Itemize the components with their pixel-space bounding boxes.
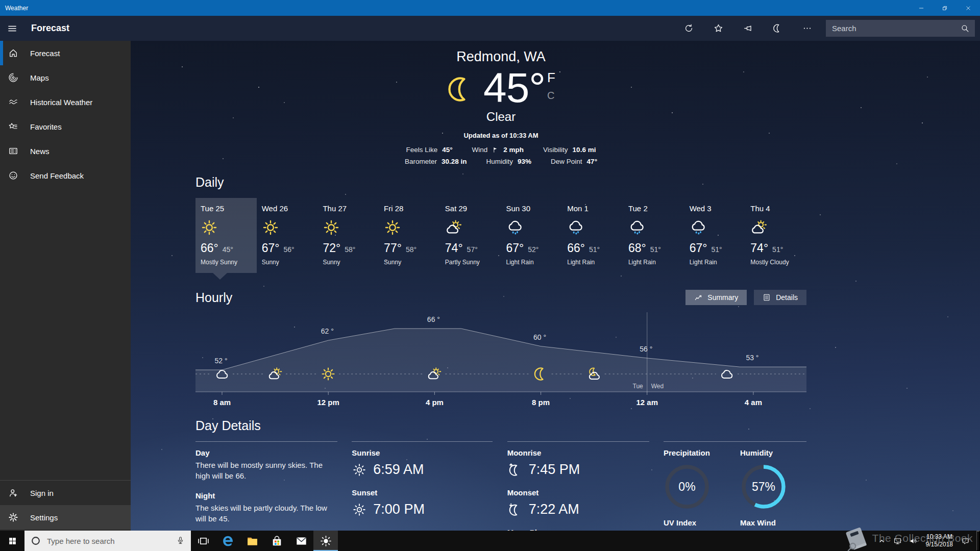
taskbar-app-button[interactable]: [289, 531, 313, 551]
day-condition: Light Rain: [506, 259, 559, 266]
night-cloud-icon: [586, 366, 602, 382]
taskbar-app-button[interactable]: [240, 531, 264, 551]
tray-icon-button[interactable]: [909, 537, 918, 545]
taskbar-app-button[interactable]: [215, 531, 240, 551]
news-icon: [8, 146, 18, 156]
daily-forecast-card[interactable]: Fri 28 77°58° Sunny: [379, 198, 440, 273]
taskbar-search-input[interactable]: [24, 531, 191, 551]
sidebar-item[interactable]: Favorites: [0, 114, 131, 139]
current-stats: Feels Like45°Wind2 mphVisibility10.6 mi …: [195, 144, 806, 167]
hourly-section-header: Hourly Summary Details: [195, 290, 806, 305]
sidebar-item-label: Settings: [30, 513, 58, 522]
hourly-temperature-chart[interactable]: 52 °62 °66 °60 °56 °53 °8 am12 pm4 pm8 p…: [195, 310, 806, 412]
hourly-temp-label: 56 °: [633, 345, 659, 353]
daily-forecast-card[interactable]: Tue 2 68°51° Light Rain: [623, 198, 684, 273]
stat-label: Visibility: [543, 144, 568, 156]
daily-forecast-card[interactable]: Sat 29 74°57° Partly Sunny: [440, 198, 501, 273]
taskbar-app-button[interactable]: [191, 531, 215, 551]
summary-button-label: Summary: [707, 293, 738, 302]
unit-celsius-toggle[interactable]: C: [547, 90, 554, 102]
taskbar-clock[interactable]: 10:33 AM 9/15/2018: [926, 533, 953, 548]
daily-forecast-card[interactable]: Wed 26 67°56° Sunny: [257, 198, 318, 273]
daily-forecast-card[interactable]: Mon 1 66°51° Light Rain: [562, 198, 623, 273]
sidebar-item[interactable]: Forecast: [0, 41, 131, 65]
day-condition: Light Rain: [628, 259, 681, 266]
day-condition: Mostly Sunny: [201, 259, 254, 266]
daily-forecast-card[interactable]: Thu 4 74°51° Mostly Cloudy: [745, 198, 806, 273]
precipitation-label: Precipitation: [664, 448, 727, 457]
stat-label: Wind: [472, 144, 488, 156]
home-icon: [8, 48, 18, 58]
summary-button[interactable]: Summary: [685, 290, 747, 305]
page-title: Forecast: [31, 23, 69, 34]
pin-icon: [743, 23, 753, 33]
windows-taskbar: 10:33 AM 9/15/2018 The Collection Book: [0, 531, 980, 551]
sidebar-item[interactable]: News: [0, 139, 131, 163]
sidebar-item-label: Forecast: [30, 49, 60, 58]
day-name: Wed 3: [690, 204, 743, 213]
show-desktop-button[interactable]: [976, 531, 980, 551]
hourly-axis-label: 4 am: [733, 398, 774, 407]
daily-forecast-card[interactable]: Wed 3 67°51° Light Rain: [684, 198, 746, 273]
sidebar-item[interactable]: Historical Weather: [0, 90, 131, 114]
rain-icon: [506, 219, 524, 236]
sidebar-bottom-item[interactable]: Sign in: [0, 481, 131, 505]
appbar-action-button[interactable]: [733, 16, 763, 41]
stat-value: 47°: [587, 156, 597, 167]
appbar-action-button[interactable]: [674, 16, 703, 41]
action-center-button[interactable]: [961, 537, 970, 545]
app-command-bar: Forecast: [0, 16, 980, 41]
taskbar-app-button[interactable]: [264, 531, 289, 551]
star-icon: [714, 23, 723, 33]
tray-icon-button[interactable]: [877, 537, 886, 545]
restore-button[interactable]: [933, 0, 957, 16]
sidebar-item[interactable]: Send Feedback: [0, 163, 131, 188]
day-name: Tue 2: [628, 204, 681, 213]
daily-forecast-card[interactable]: Thu 27 72°58° Sunny: [317, 198, 379, 273]
search-input[interactable]: [826, 20, 975, 37]
weather-stat: Wind2 mph: [472, 144, 524, 156]
navigation-sidebar: Forecast Maps Historical Weather Favorit…: [0, 41, 131, 531]
history-icon: [8, 97, 18, 107]
clock-time: 10:33 AM: [926, 533, 953, 541]
details-button[interactable]: Details: [754, 290, 806, 305]
humidity-label: Humidity: [740, 448, 803, 457]
day-description: There will be mostly sunny skies. The hi…: [195, 460, 337, 481]
day-condition: Light Rain: [567, 259, 620, 266]
appbar-action-button[interactable]: [792, 16, 822, 41]
daily-forecast-card[interactable]: Sun 30 67°52° Light Rain: [501, 198, 562, 273]
sidebar-bottom-item[interactable]: Settings: [0, 505, 131, 530]
partly-sunny-icon: [427, 366, 442, 382]
day-name: Thu 27: [323, 204, 376, 213]
close-button[interactable]: [957, 0, 980, 16]
search-icon[interactable]: [961, 24, 969, 33]
daily-forecast-card[interactable]: Tue 25 66°45° Mostly Sunny: [195, 198, 257, 273]
hourly-temp-label: 66 °: [421, 315, 446, 323]
appbar-action-button[interactable]: [703, 16, 733, 41]
file-explorer-icon: [246, 535, 259, 547]
taskbar-app-button[interactable]: [313, 531, 338, 551]
day-name: Wed 26: [262, 204, 315, 213]
hamburger-menu-button[interactable]: [0, 16, 24, 41]
tray-icon-button[interactable]: [893, 537, 902, 545]
start-button[interactable]: [0, 531, 24, 551]
moonset-time: 7:22 AM: [529, 502, 579, 517]
sidebar-item[interactable]: Maps: [0, 65, 131, 90]
sidebar-item-label: Maps: [30, 73, 49, 82]
day-name: Mon 1: [567, 204, 620, 213]
mic-icon[interactable]: [176, 536, 185, 545]
cloud-icon: [214, 366, 230, 382]
day-high-temp: 77°: [384, 241, 402, 255]
day-condition: Light Rain: [690, 259, 743, 266]
clear-night-icon: [447, 75, 475, 104]
appbar-action-button[interactable]: [763, 16, 792, 41]
precipitation-value: 0%: [664, 463, 710, 510]
minimize-button[interactable]: [910, 0, 933, 16]
max-wind-label: Max Wind: [740, 518, 803, 527]
hourly-chart-canvas: [195, 310, 806, 412]
unit-fahrenheit-toggle[interactable]: F: [547, 70, 555, 86]
gear-icon: [8, 512, 18, 522]
day-details-title: Day Details: [195, 418, 806, 433]
stat-label: Humidity: [486, 156, 513, 167]
day-low-temp: 51°: [589, 245, 600, 254]
